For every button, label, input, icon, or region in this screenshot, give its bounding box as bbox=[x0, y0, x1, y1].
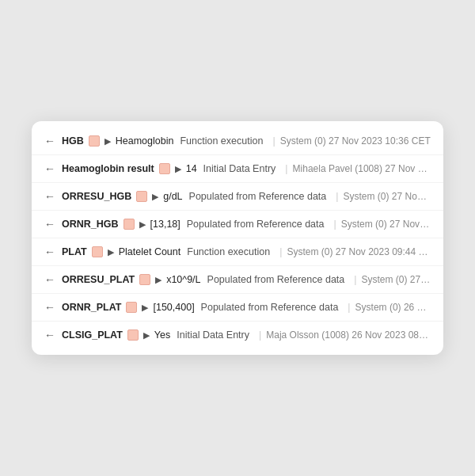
entry-type: Function execution bbox=[180, 135, 263, 147]
table-row: ← PLAT ▶ Platelet Count Function executi… bbox=[32, 238, 443, 266]
arrow-right-icon: ▶ bbox=[155, 275, 162, 285]
entry-type: Populated from Reference data bbox=[201, 302, 339, 313]
separator: | bbox=[272, 135, 275, 147]
field-value: x10^9/L bbox=[166, 274, 200, 285]
meta-info: Maja Olsson (1008) 26 Nov 2023 08:33 CET bbox=[266, 329, 431, 341]
table-row: ← ORRESU_PLAT ▶ x10^9/L Populated from R… bbox=[32, 266, 443, 294]
entry-type: Populated from Reference data bbox=[189, 191, 327, 202]
field-name: Heamoglobin result bbox=[62, 163, 154, 174]
arrow-left-icon: ← bbox=[44, 162, 55, 175]
arrow-right-icon: ▶ bbox=[108, 247, 114, 257]
field-name: ORRESU_PLAT bbox=[62, 274, 135, 285]
separator: | bbox=[279, 246, 282, 257]
arrow-left-icon: ← bbox=[44, 246, 55, 258]
meta-info: System (0) 27 Nov 2023 10 bbox=[344, 191, 431, 202]
color-indicator bbox=[159, 163, 170, 174]
entry-type: Populated from Reference data bbox=[207, 274, 345, 285]
table-row: ← ORNR_HGB ▶ [13,18] Populated from Refe… bbox=[32, 211, 443, 238]
entry-type: Initial Data Entry bbox=[203, 163, 276, 174]
field-name: PLAT bbox=[62, 246, 87, 257]
separator: | bbox=[334, 219, 336, 230]
separator: | bbox=[348, 302, 350, 313]
field-value: 14 bbox=[186, 163, 197, 174]
color-indicator bbox=[136, 191, 147, 202]
arrow-right-icon: ▶ bbox=[175, 164, 181, 174]
field-value: Platelet Count bbox=[119, 246, 181, 257]
table-row: ← ORNR_PLAT ▶ [150,400] Populated from R… bbox=[32, 294, 443, 322]
separator: | bbox=[285, 163, 287, 174]
meta-info: System (0) 27 Nov 202 bbox=[362, 274, 431, 285]
arrow-right-icon: ▶ bbox=[139, 219, 146, 230]
arrow-right-icon: ▶ bbox=[152, 192, 158, 202]
color-indicator bbox=[126, 302, 137, 313]
table-row: ← HGB ▶ Heamoglobin Function execution |… bbox=[32, 128, 443, 155]
separator: | bbox=[354, 274, 356, 285]
entry-type: Populated from Reference data bbox=[187, 219, 325, 230]
audit-trail-card: ← HGB ▶ Heamoglobin Function execution |… bbox=[32, 121, 443, 355]
arrow-left-icon: ← bbox=[44, 301, 55, 314]
arrow-left-icon: ← bbox=[44, 273, 55, 286]
field-name: ORNR_PLAT bbox=[62, 302, 121, 313]
table-row: ← ORRESU_HGB ▶ g/dL Populated from Refer… bbox=[32, 183, 443, 211]
meta-info: System (0) 27 Nov 2023 09:44 CET bbox=[287, 246, 431, 257]
field-name: ORNR_HGB bbox=[62, 219, 119, 230]
entry-type: Function execution bbox=[187, 246, 270, 257]
color-indicator bbox=[127, 329, 139, 341]
color-indicator bbox=[139, 274, 150, 285]
meta-info: System (0) 26 Nov 20231 bbox=[355, 302, 431, 313]
color-indicator bbox=[92, 246, 103, 257]
separator: | bbox=[259, 329, 261, 341]
field-name: CLSIG_PLAT bbox=[62, 329, 123, 341]
field-value: [13,18] bbox=[150, 219, 180, 230]
arrow-right-icon: ▶ bbox=[104, 136, 111, 147]
field-value: Yes bbox=[154, 329, 170, 341]
color-indicator bbox=[89, 135, 100, 147]
arrow-left-icon: ← bbox=[44, 190, 55, 203]
arrow-right-icon: ▶ bbox=[143, 330, 150, 341]
arrow-right-icon: ▶ bbox=[142, 303, 148, 313]
field-name: HGB bbox=[62, 135, 84, 147]
meta-info: Mihaela Pavel (1008) 27 Nov 2023 10:24 bbox=[293, 163, 431, 174]
field-name: ORRESU_HGB bbox=[62, 191, 131, 202]
meta-info: System (0) 27 Nov 2023 09:5 bbox=[341, 219, 431, 230]
color-indicator bbox=[124, 219, 135, 230]
arrow-left-icon: ← bbox=[44, 329, 55, 341]
separator: | bbox=[336, 191, 338, 202]
field-value: [150,400] bbox=[153, 302, 194, 313]
field-value: g/dL bbox=[163, 191, 182, 202]
table-row: ← Heamoglobin result ▶ 14 Initial Data E… bbox=[32, 155, 443, 183]
table-row: ← CLSIG_PLAT ▶ Yes Initial Data Entry | … bbox=[32, 322, 443, 348]
entry-type: Initial Data Entry bbox=[177, 329, 249, 341]
meta-info: System (0) 27 Nov 2023 10:36 CET bbox=[280, 135, 431, 147]
arrow-left-icon: ← bbox=[44, 135, 55, 147]
field-value: Heamoglobin bbox=[116, 135, 174, 147]
arrow-left-icon: ← bbox=[44, 218, 55, 230]
